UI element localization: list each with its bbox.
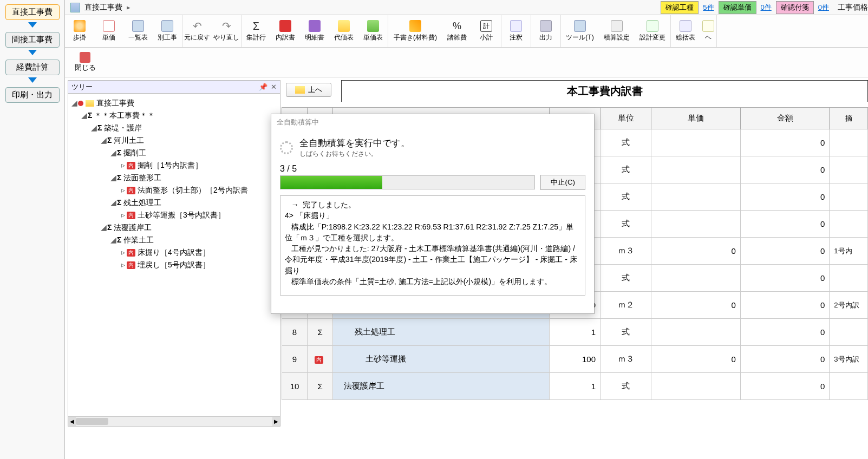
tree-leaf[interactable]: 床掘り［4号内訳書］ <box>138 248 210 257</box>
close-icon[interactable]: ✕ <box>271 83 277 91</box>
purple-badge-icon <box>309 20 321 32</box>
note-icon <box>510 20 522 32</box>
tree-hscrollbar[interactable]: ◀ ▶ <box>68 416 280 426</box>
tool-note[interactable]: 注釈 <box>501 18 531 44</box>
percent-icon: % <box>451 20 463 32</box>
status-chip-kakunin-fusen[interactable]: 確認付箋 <box>776 1 814 14</box>
status-chip-kakunin-koushu[interactable]: 確認工種 <box>661 1 699 14</box>
nav-expense-calc[interactable]: 経費計算 <box>5 60 60 75</box>
sigma-icon: Σ <box>308 319 333 346</box>
tree-item[interactable]: 築堤・護岸 <box>104 123 142 132</box>
tool-bukakari[interactable]: 歩掛 <box>65 18 94 44</box>
red-badge-icon: 内 <box>315 356 323 364</box>
tree-leaf[interactable]: 法面整形（切土部）［2号内訳書 <box>138 186 248 194</box>
up-button-label: 上へ <box>308 85 322 95</box>
progress-log[interactable]: → 完了しました。 4> 「床掘り」 構成比「P:1898.2 K:23.22 … <box>280 195 585 296</box>
sigma-icon: Σ <box>250 20 262 32</box>
tree-item[interactable]: 作業土工 <box>123 235 154 244</box>
red-badge-icon: 内 <box>127 162 135 169</box>
sigma-icon: Σ <box>107 136 112 145</box>
tree-leaf[interactable]: 埋戻し［5号内訳書］ <box>138 260 210 269</box>
pin-icon[interactable]: 📌 <box>259 83 267 91</box>
nav-indirect-cost[interactable]: 間接工事費 <box>5 32 60 48</box>
sigma-icon: Σ <box>308 373 333 400</box>
col-amount: 金額 <box>740 108 830 129</box>
col-price: 単価 <box>651 108 741 129</box>
tree-item[interactable]: 法覆護岸工 <box>114 223 152 232</box>
red-badge-icon: 内 <box>127 187 135 194</box>
scroll-thumb[interactable] <box>76 418 108 425</box>
tool-sekkei-henkou[interactable]: 設計変更 <box>635 18 670 44</box>
dialog-title: 全自動積算中 <box>271 114 594 130</box>
red-badge-icon <box>279 20 291 32</box>
table-row[interactable]: 9内土砂等運搬100ｍ３003号内訳 <box>282 346 868 373</box>
arrow-down-icon <box>28 50 37 55</box>
scroll-left-icon[interactable]: ◀ <box>68 417 76 426</box>
arrow-down-icon <box>28 77 37 83</box>
tool-shukeigyo[interactable]: Σ集計行 <box>242 18 271 44</box>
status-link-2[interactable]: 0件 <box>761 3 772 12</box>
subtotal-icon: 計 <box>480 20 492 32</box>
tool-tegaki[interactable]: 手書き(材料費) <box>388 18 442 44</box>
tool-shokei[interactable]: 計小計 <box>472 18 501 44</box>
sigma-icon: Σ <box>117 198 121 207</box>
top-status-bar: 直接工事費 ▸ 確認工種 5件 確認単価 0件 確認付箋 0件 工事価格 <box>0 0 868 15</box>
cancel-button[interactable]: 中止(C) <box>540 175 585 190</box>
tool-shozappi[interactable]: %諸雑費 <box>442 18 472 44</box>
summary-icon <box>680 20 691 32</box>
sigma-icon: Σ <box>107 223 112 232</box>
tree-leaf[interactable]: 掘削［1号内訳書］ <box>138 161 203 169</box>
red-badge-icon: 内 <box>127 261 135 269</box>
pen-icon <box>409 20 421 32</box>
status-link-3[interactable]: 0件 <box>818 3 829 12</box>
breadcrumb-label[interactable]: 直接工事費 <box>84 3 122 12</box>
tool-undo[interactable]: ↶元に戻す <box>182 18 212 44</box>
scroll-right-icon[interactable]: ▶ <box>272 417 280 426</box>
table-row[interactable]: 10Σ法覆護岸工1式0 <box>282 373 868 400</box>
tool-redo[interactable]: ↷やり直し <box>212 18 241 44</box>
status-chip-kakunin-tanka[interactable]: 確認単価 <box>719 1 756 14</box>
help-icon <box>702 20 714 32</box>
wrench-icon <box>611 20 623 32</box>
breadcrumb-caret-icon[interactable]: ▸ <box>127 3 130 11</box>
tool-close[interactable]: 閉じる <box>70 52 100 73</box>
nav-direct-cost[interactable]: 直接工事費 <box>5 4 60 20</box>
tree-item[interactable]: 残土処理工 <box>123 198 161 207</box>
sigma-icon: Σ <box>88 111 92 120</box>
tool-tankahyo[interactable]: 単価表 <box>358 18 388 44</box>
table-row[interactable]: 8Σ残土処理工1式0 <box>282 319 868 346</box>
tool-ichiran[interactable]: 一覧表 <box>123 18 153 44</box>
tool-tanka[interactable]: 単価 <box>94 18 123 44</box>
breadcrumb-icon <box>70 3 80 12</box>
tool-meisai[interactable]: 明細書 <box>300 18 329 44</box>
close-icon <box>80 52 90 63</box>
tree-item[interactable]: ＊＊本工事費＊＊ <box>94 111 155 120</box>
progress-dialog: 全自動積算中 全自動積算を実行中です。 しばらくお待ちください。 3 / 5 中… <box>271 114 595 314</box>
gear-icon <box>574 20 586 32</box>
document-icon <box>103 20 115 32</box>
tree-item[interactable]: 法面整形工 <box>123 173 161 182</box>
up-button[interactable]: 上へ <box>286 83 331 97</box>
tree-item[interactable]: 掘削工 <box>123 148 146 157</box>
list-icon <box>132 20 144 32</box>
tree-root[interactable]: 直接工事費 <box>96 99 134 107</box>
col-note: 摘 <box>830 108 868 129</box>
tree-view[interactable]: ◢直接工事費 ◢Σ＊＊本工事費＊＊ ◢Σ築堤・護岸 ◢Σ河川土工 ◢Σ掘削工 ▹… <box>68 94 280 274</box>
col-unit: 単位 <box>601 108 651 129</box>
nav-print-output[interactable]: 印刷・出力 <box>5 87 60 103</box>
tool-betsukouji[interactable]: 別工事 <box>153 18 182 44</box>
tool-uchiwake[interactable]: 内訳書 <box>271 18 300 44</box>
sigma-icon: Σ <box>117 173 121 182</box>
tool-output[interactable]: 出力 <box>531 18 560 44</box>
red-badge-icon: 内 <box>127 249 135 257</box>
status-link-1[interactable]: 5件 <box>703 3 714 12</box>
tool-daika[interactable]: 代価表 <box>329 18 358 44</box>
status-end-label: 工事価格 <box>838 3 868 12</box>
tool-soukatsu[interactable]: 総括表 <box>671 18 700 44</box>
sheet-title: 本工事費内訳書 <box>342 81 867 102</box>
tree-leaf[interactable]: 土砂等運搬［3号内訳書］ <box>138 211 225 219</box>
tool-help[interactable]: ヘ <box>700 18 716 44</box>
tree-item[interactable]: 河川土工 <box>114 136 144 145</box>
tool-sekisan-settei[interactable]: 積算設定 <box>599 18 635 44</box>
tool-tools[interactable]: ツール(T) <box>561 18 599 44</box>
